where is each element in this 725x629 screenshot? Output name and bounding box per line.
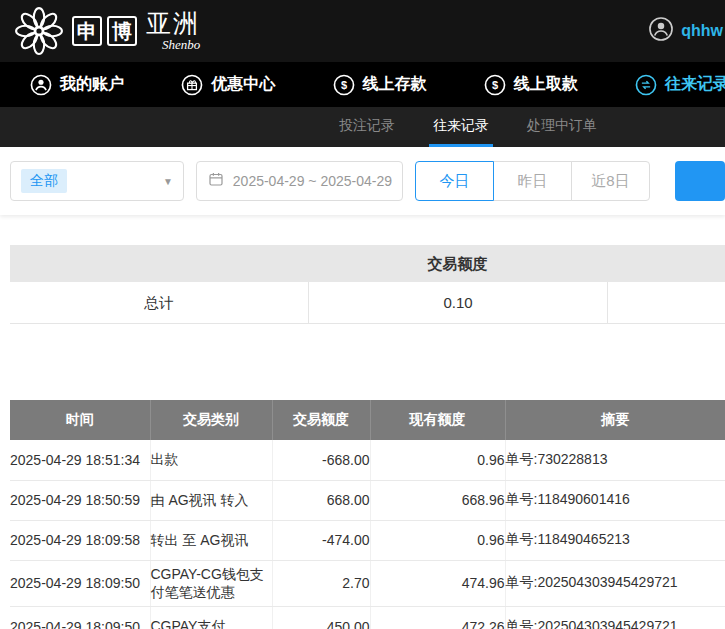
chevron-down-icon: ▼ (163, 176, 173, 187)
cell-type: 由 AG视讯 转入 (150, 480, 272, 520)
user-account-button[interactable]: qhhw (648, 16, 723, 46)
brand-char-2: 博 (107, 16, 137, 46)
table-row: 2025-04-29 18:09:50 CGPAY-CG钱包支付笔笔送优惠 2.… (10, 560, 725, 607)
cell-time: 2025-04-29 18:09:50 (10, 607, 150, 629)
cell-memo: 单号:202504303945429721 (505, 607, 725, 629)
brand-subtitle: Shenbo (162, 38, 200, 51)
cell-time: 2025-04-29 18:51:34 (10, 440, 150, 480)
nav-item-deposit[interactable]: $ 线上存款 (333, 74, 427, 96)
cell-type: 出款 (150, 440, 272, 480)
type-select[interactable]: 全部 ▼ (10, 161, 184, 201)
withdraw-coin-icon: $ (484, 74, 506, 96)
top-header: 申 博 亚洲 Shenbo qhhw (0, 0, 725, 62)
deposit-coin-icon: $ (333, 74, 355, 96)
cell-time: 2025-04-29 18:09:58 (10, 520, 150, 560)
filter-bar: 全部 ▼ 2025-04-29 ~ 2025-04-29 今日 昨日 近8日 (0, 147, 725, 215)
cell-time: 2025-04-29 18:50:59 (10, 480, 150, 520)
tab-betting-records[interactable]: 投注记录 (335, 107, 399, 147)
cell-type: 转出 至 AG视讯 (150, 520, 272, 560)
nav-item-my-account[interactable]: 我的账户 (30, 74, 124, 96)
cell-memo: 单号:118490601416 (505, 480, 725, 520)
cell-balance: 668.96 (370, 480, 505, 520)
nav-label: 我的账户 (60, 74, 124, 95)
col-header-type: 交易类别 (150, 400, 272, 440)
summary-empty-cell (608, 282, 725, 323)
summary-total-value: 0.10 (309, 282, 608, 323)
user-avatar-icon (648, 16, 674, 46)
col-header-amount: 交易额度 (272, 400, 370, 440)
col-header-balance: 现有额度 (370, 400, 505, 440)
cell-amount: -668.00 (272, 440, 370, 480)
records-table: 时间 交易类别 交易额度 现有额度 摘要 2025-04-29 18:51:34… (10, 400, 725, 629)
quick-yesterday-button[interactable]: 昨日 (493, 161, 572, 201)
svg-text:$: $ (340, 79, 346, 91)
table-row: 2025-04-29 18:09:50 CGPAY支付 450.00 472.2… (10, 607, 725, 629)
nav-label: 线上存款 (363, 74, 427, 95)
date-range-value: 2025-04-29 ~ 2025-04-29 (233, 173, 392, 189)
col-header-time: 时间 (10, 400, 150, 440)
cell-type: CGPAY支付 (150, 607, 272, 629)
brand-region: 亚洲 (146, 11, 200, 36)
table-row: 2025-04-29 18:51:34 出款 -668.00 0.96 单号:7… (10, 440, 725, 480)
main-nav: 我的账户 优惠中心 $ 线上存款 (0, 62, 725, 107)
transfer-icon (635, 74, 657, 96)
cell-amount: 2.70 (272, 560, 370, 607)
cell-balance: 0.96 (370, 440, 505, 480)
cell-amount: 450.00 (272, 607, 370, 629)
summary-table: 交易额度 总计 0.10 (10, 245, 725, 324)
table-row: 2025-04-29 18:50:59 由 AG视讯 转入 668.00 668… (10, 480, 725, 520)
type-selected-value: 全部 (21, 169, 67, 193)
summary-row: 总计 0.10 (10, 282, 725, 324)
brand-logo: 申 博 亚洲 Shenbo (14, 6, 200, 56)
flower-logo-icon (14, 6, 64, 56)
records-section: 时间 交易类别 交易额度 现有额度 摘要 2025-04-29 18:51:34… (10, 400, 725, 629)
nav-item-transaction-records[interactable]: 往来记录 (635, 74, 725, 96)
nav-label: 往来记录 (665, 74, 725, 95)
records-tab-bar: 投注记录 往来记录 处理中订单 (0, 107, 725, 147)
quick-today-button[interactable]: 今日 (415, 161, 494, 201)
records-header-row: 时间 交易类别 交易额度 现有额度 摘要 (10, 400, 725, 440)
cell-balance: 0.96 (370, 520, 505, 560)
page: 申 博 亚洲 Shenbo qhhw (0, 0, 725, 629)
cell-memo: 单号:118490465213 (505, 520, 725, 560)
cell-type: CGPAY-CG钱包支付笔笔送优惠 (150, 560, 272, 607)
cell-amount: 668.00 (272, 480, 370, 520)
nav-label: 优惠中心 (211, 74, 275, 95)
tab-processing-orders[interactable]: 处理中订单 (523, 107, 601, 147)
svg-text:$: $ (492, 79, 498, 91)
gift-icon (181, 74, 203, 96)
summary-total-label: 总计 (10, 282, 309, 323)
user-circle-icon (30, 74, 52, 96)
nav-item-promotions[interactable]: 优惠中心 (181, 74, 275, 96)
username-text: qhhw (681, 22, 723, 40)
search-button[interactable] (675, 161, 725, 201)
nav-item-withdraw[interactable]: $ 线上取款 (484, 74, 578, 96)
brand-char-1: 申 (72, 16, 102, 46)
brand-region-block: 亚洲 Shenbo (146, 11, 200, 51)
summary-section: 交易额度 总计 0.10 (10, 245, 725, 324)
tab-transaction-records[interactable]: 往来记录 (429, 107, 493, 147)
cell-balance: 474.96 (370, 560, 505, 607)
nav-label: 线上取款 (514, 74, 578, 95)
calendar-icon (207, 170, 225, 192)
cell-memo: 单号:202504303945429721 (505, 560, 725, 607)
cell-balance: 472.26 (370, 607, 505, 629)
cell-amount: -474.00 (272, 520, 370, 560)
cell-memo: 单号:730228813 (505, 440, 725, 480)
quick-last8days-button[interactable]: 近8日 (571, 161, 650, 201)
quick-range-group: 今日 昨日 近8日 (415, 161, 650, 201)
cell-time: 2025-04-29 18:09:50 (10, 560, 150, 607)
table-row: 2025-04-29 18:09:58 转出 至 AG视讯 -474.00 0.… (10, 520, 725, 560)
col-header-memo: 摘要 (505, 400, 725, 440)
summary-header: 交易额度 (10, 245, 725, 282)
date-range-input[interactable]: 2025-04-29 ~ 2025-04-29 (196, 161, 403, 201)
